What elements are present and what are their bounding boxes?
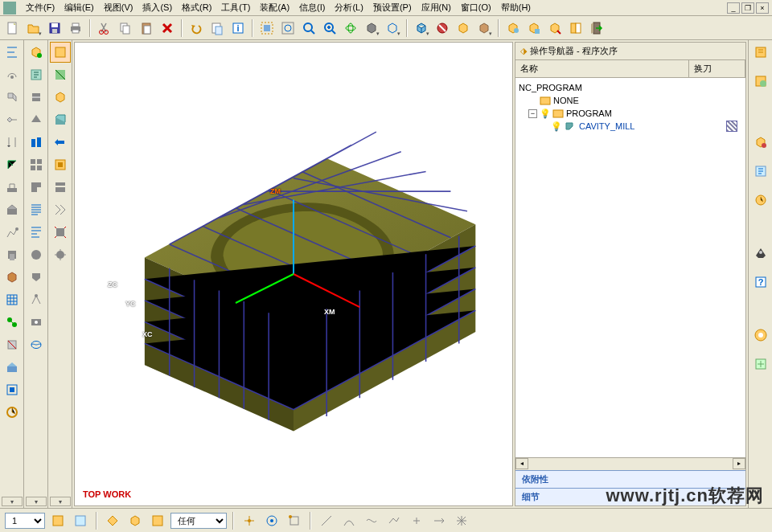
new-button[interactable] (3, 18, 23, 38)
rt-b[interactable] (750, 71, 771, 92)
vt2-e[interactable] (26, 132, 47, 153)
vt2-n[interactable] (26, 334, 47, 355)
vt1-a[interactable] (2, 42, 23, 63)
menu-apply[interactable]: 应用(N) (417, 0, 456, 15)
zoom-in-button[interactable] (320, 18, 339, 38)
tree-row-program[interactable]: − 💡 PROGRAM (519, 107, 742, 120)
menu-presets[interactable]: 预设置(P) (368, 0, 417, 15)
vt3-b[interactable] (50, 64, 71, 85)
cam2-button[interactable] (524, 18, 544, 38)
vt2-m[interactable] (26, 312, 47, 333)
sb-l[interactable] (384, 511, 404, 530)
vt1-n[interactable] (2, 334, 23, 355)
vt2-h[interactable] (26, 199, 47, 220)
vt1-d[interactable] (2, 109, 23, 130)
scroll-left-button[interactable]: ◂ (515, 458, 528, 469)
zoom-area-button[interactable] (278, 18, 298, 38)
vt1-i[interactable] (2, 222, 23, 243)
zoom-button[interactable] (299, 18, 318, 38)
vt1-e[interactable] (2, 132, 23, 153)
vt1-j[interactable] (2, 244, 23, 265)
menu-window[interactable]: 窗口(O) (456, 0, 496, 15)
sb-o[interactable] (452, 511, 471, 530)
cam1-button[interactable] (503, 18, 523, 38)
undo-button[interactable] (187, 18, 206, 38)
scroll-right-button[interactable]: ▸ (733, 458, 745, 469)
menu-view[interactable]: 视图(V) (99, 0, 138, 15)
vt2-j[interactable] (26, 244, 47, 265)
vt2-d[interactable] (26, 109, 47, 130)
menu-file[interactable]: 文件(F) (21, 0, 60, 15)
box2-button[interactable] (474, 18, 494, 38)
nav-section-detail[interactable]: 细节 (515, 488, 745, 505)
vt2-f[interactable] (26, 154, 47, 175)
restore-button[interactable]: ❐ (741, 2, 754, 14)
minimize-button[interactable]: _ (727, 2, 740, 14)
vt3-c[interactable] (50, 87, 71, 108)
rt-d[interactable] (750, 161, 771, 182)
tree-row-root[interactable]: NC_PROGRAM (519, 81, 742, 94)
block-button[interactable] (433, 18, 452, 38)
menu-assembly[interactable]: 装配(A) (255, 0, 294, 15)
box1-button[interactable] (454, 18, 473, 38)
vt1-q[interactable] (2, 402, 23, 423)
print-button[interactable] (66, 18, 85, 38)
vt2-k[interactable] (26, 267, 47, 288)
view-cube-button[interactable] (412, 18, 431, 38)
wireframe-button[interactable] (383, 18, 402, 38)
sb-d[interactable] (125, 511, 145, 530)
nav-col-name[interactable]: 名称 (515, 60, 689, 77)
vt2-g[interactable] (26, 177, 47, 198)
vt2-i[interactable] (26, 222, 47, 243)
vt3-a-selected[interactable] (50, 42, 71, 63)
left1-scroll-down[interactable]: ▾ (2, 497, 23, 506)
rt-a[interactable] (750, 42, 771, 63)
vt3-j[interactable] (50, 244, 71, 265)
left3-scroll-down[interactable]: ▾ (50, 497, 71, 506)
nav-h-scrollbar[interactable]: ◂ ▸ (515, 457, 745, 470)
rt-f[interactable] (750, 243, 771, 264)
tree-row-none[interactable]: NONE (519, 94, 742, 107)
sb-i[interactable] (317, 511, 336, 530)
info-button[interactable]: i (228, 18, 248, 38)
close-button[interactable]: × (756, 2, 769, 14)
sb-b[interactable] (71, 511, 90, 530)
copy-button[interactable] (116, 18, 135, 38)
rt-c[interactable] (750, 132, 771, 153)
nav-tree[interactable]: NC_PROGRAM NONE − 💡 PROGRAM 💡 CAVITY_MIL… (515, 78, 745, 457)
vt3-g[interactable] (50, 177, 71, 198)
exit-button[interactable] (587, 18, 606, 38)
sb-h[interactable] (285, 511, 304, 530)
sb-k[interactable] (362, 511, 381, 530)
redo-button[interactable] (207, 18, 227, 38)
open-button[interactable] (24, 18, 43, 38)
rt-h[interactable] (750, 354, 771, 374)
vt2-b[interactable] (26, 64, 47, 85)
tree-row-cavity[interactable]: 💡 CAVITY_MILL (519, 120, 742, 133)
vt1-h[interactable] (2, 199, 23, 220)
3d-viewport[interactable]: ZM XM ZC YC XC TOP WORK (74, 42, 513, 506)
tree-collapse-icon[interactable]: − (528, 109, 537, 118)
vt1-l[interactable] (2, 289, 23, 310)
sb-g[interactable] (262, 511, 281, 530)
delete-button[interactable] (158, 18, 177, 38)
vt1-p[interactable] (2, 379, 23, 400)
rt-e[interactable] (750, 190, 771, 211)
sb-e[interactable] (148, 511, 167, 530)
menu-edit[interactable]: 编辑(E) (60, 0, 99, 15)
menu-format[interactable]: 格式(R) (177, 0, 216, 15)
fit-button[interactable] (257, 18, 277, 38)
vt1-o[interactable] (2, 357, 23, 378)
vt1-k[interactable] (2, 267, 23, 288)
shade-button[interactable] (362, 18, 381, 38)
vt3-d[interactable] (50, 109, 71, 130)
snap-select[interactable]: 任何 (170, 513, 227, 529)
sb-a[interactable] (48, 511, 68, 530)
book-button[interactable] (566, 18, 585, 38)
rt-g[interactable] (750, 325, 771, 346)
menu-info[interactable]: 信息(I) (294, 0, 330, 15)
cut-button[interactable] (95, 18, 114, 38)
layer-select[interactable]: 1 (5, 513, 45, 529)
sb-j[interactable] (339, 511, 359, 530)
vt2-c[interactable] (26, 87, 47, 108)
